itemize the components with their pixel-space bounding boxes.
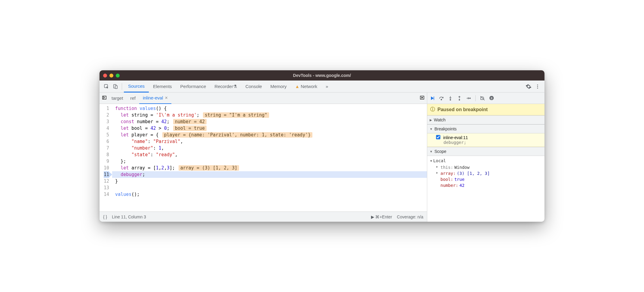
inline-value: player = {name: 'Parzival', number: 1, s…	[162, 132, 313, 138]
line-gutter[interactable]: 1234567891011121314	[100, 104, 112, 211]
show-navigator-icon[interactable]	[102, 95, 107, 101]
scope-area: ▼ Local ▶this: Window▶array: (3) [1, 2, …	[427, 156, 544, 190]
device-toolbar-icon[interactable]	[111, 82, 120, 91]
inline-value: array = (3) [1, 2, 3]	[179, 165, 239, 171]
banner-text: Paused on breakpoint	[437, 107, 488, 112]
chevron-right-icon: ▶	[430, 118, 432, 122]
line-number[interactable]: 10	[104, 165, 109, 171]
coverage-status[interactable]: Coverage: n/a	[397, 214, 423, 219]
step-into-icon[interactable]	[448, 96, 453, 101]
tab-recorder[interactable]: Recorder ⚗	[210, 81, 241, 93]
scope-variable[interactable]: bool: true	[427, 176, 544, 182]
debugger-toolbar	[427, 93, 544, 104]
line-number[interactable]: 8	[104, 151, 109, 158]
code-line[interactable]: "number": 1,	[112, 145, 427, 151]
line-number[interactable]: 14	[104, 191, 109, 198]
svg-rect-12	[491, 97, 492, 99]
code-line[interactable]: "state": "ready",	[112, 151, 427, 158]
line-number[interactable]: 11	[104, 171, 109, 178]
chevron-down-icon: ▼	[430, 159, 432, 163]
code-area[interactable]: function values() { let string = 'I\'m a…	[112, 104, 427, 211]
cursor-position: Line 11, Column 3	[112, 214, 146, 219]
code-line[interactable]: function values() {	[112, 105, 427, 112]
code-line[interactable]: let bool = 42 > 0;bool = true	[112, 125, 427, 132]
more-tabs-button[interactable]: »	[321, 81, 332, 93]
svg-point-9	[450, 99, 451, 100]
chevron-down-icon: ▼	[430, 150, 433, 153]
inspect-element-icon[interactable]	[102, 82, 111, 91]
tab-performance[interactable]: Performance	[176, 81, 210, 93]
chevron-down-icon: ▼	[430, 127, 433, 131]
line-number[interactable]: 2	[104, 112, 109, 118]
tab-sources[interactable]: Sources	[124, 81, 149, 93]
line-number[interactable]: 3	[104, 118, 109, 125]
code-editor[interactable]: 1234567891011121314 function values() { …	[100, 104, 427, 211]
scope-variable[interactable]: ▶this: Window	[427, 164, 544, 170]
code-line[interactable]: }	[112, 178, 427, 184]
settings-icon[interactable]	[524, 82, 533, 91]
code-line[interactable]: let string = 'I\'m a string';string = "I…	[112, 112, 427, 118]
line-number[interactable]: 9	[104, 158, 109, 165]
line-number[interactable]: 6	[104, 138, 109, 145]
file-tab-target[interactable]: target	[108, 93, 127, 104]
code-line[interactable]: let array = [1,2,3];array = (3) [1, 2, 3…	[112, 165, 427, 171]
titlebar: DevTools - www.google.com/	[100, 70, 544, 81]
line-number[interactable]: 5	[104, 132, 109, 138]
run-shortcut[interactable]: ▶ ⌘+Enter	[371, 214, 392, 219]
code-line[interactable]: values();	[112, 191, 427, 198]
pretty-print-icon[interactable]: { }	[103, 214, 107, 219]
svg-rect-2	[115, 86, 117, 89]
window-title: DevTools - www.google.com/	[100, 73, 544, 78]
inline-value: bool = true	[173, 126, 207, 131]
svg-point-8	[441, 99, 442, 100]
line-number[interactable]: 13	[104, 184, 109, 191]
svg-rect-13	[492, 97, 492, 99]
step-over-icon[interactable]	[439, 96, 444, 101]
svg-point-10	[459, 99, 460, 100]
resume-icon[interactable]	[430, 96, 435, 101]
deactivate-breakpoints-icon[interactable]	[480, 96, 485, 101]
watch-section-header[interactable]: ▶ Watch	[427, 115, 544, 124]
step-out-icon[interactable]	[457, 96, 462, 101]
run-snippet-icon[interactable]	[420, 95, 425, 101]
kebab-menu-icon[interactable]	[533, 82, 542, 91]
paused-banner: ⓘ Paused on breakpoint	[427, 104, 544, 115]
breakpoints-section-header[interactable]: ▼ Breakpoints	[427, 124, 544, 133]
file-tab-inline-eval[interactable]: inline-eval ×	[139, 93, 171, 104]
svg-point-11	[470, 98, 471, 99]
code-line[interactable]	[112, 184, 427, 191]
inline-value: string = "I'm a string"	[203, 112, 269, 118]
svg-point-3	[537, 84, 538, 85]
tab-memory[interactable]: Memory	[266, 81, 291, 93]
code-line[interactable]: debugger;	[112, 171, 427, 178]
tab-network[interactable]: ▲Network	[291, 81, 321, 93]
line-number[interactable]: 7	[104, 145, 109, 151]
devtools-window: DevTools - www.google.com/ SourcesElemen…	[100, 70, 544, 222]
statusbar: { } Line 11, Column 3 ▶ ⌘+Enter Coverage…	[100, 211, 427, 222]
close-tab-icon[interactable]: ×	[165, 95, 167, 101]
line-number[interactable]: 4	[104, 125, 109, 132]
scope-local-header[interactable]: ▼ Local	[427, 157, 544, 164]
main-tabbar: SourcesElementsPerformanceRecorder ⚗Cons…	[100, 81, 544, 93]
info-icon: ⓘ	[430, 106, 435, 113]
tab-console[interactable]: Console	[241, 81, 266, 93]
svg-point-4	[537, 86, 538, 87]
sources-panel: targetrefinline-eval × 12345678910111213…	[100, 93, 427, 222]
svg-point-5	[537, 87, 538, 88]
tab-elements[interactable]: Elements	[149, 81, 176, 93]
code-line[interactable]: "name": "Parzival",	[112, 138, 427, 145]
code-line[interactable]: };	[112, 158, 427, 165]
scope-variable[interactable]: ▶array: (3) [1, 2, 3]	[427, 170, 544, 176]
code-line[interactable]: let player = {player = {name: 'Parzival'…	[112, 132, 427, 138]
inline-value: number = 42	[173, 119, 207, 124]
pause-on-exceptions-icon[interactable]	[489, 96, 494, 101]
line-number[interactable]: 12	[104, 178, 109, 184]
scope-variable[interactable]: number: 42	[427, 182, 544, 188]
line-number[interactable]: 1	[104, 105, 109, 112]
breakpoint-checkbox[interactable]	[436, 135, 440, 139]
scope-section-header[interactable]: ▼ Scope	[427, 147, 544, 156]
code-line[interactable]: const number = 42;number = 42	[112, 118, 427, 125]
breakpoint-item[interactable]: inline-eval:11 debugger;	[427, 133, 544, 147]
file-tab-ref[interactable]: ref	[127, 93, 139, 104]
step-icon[interactable]	[466, 96, 471, 101]
